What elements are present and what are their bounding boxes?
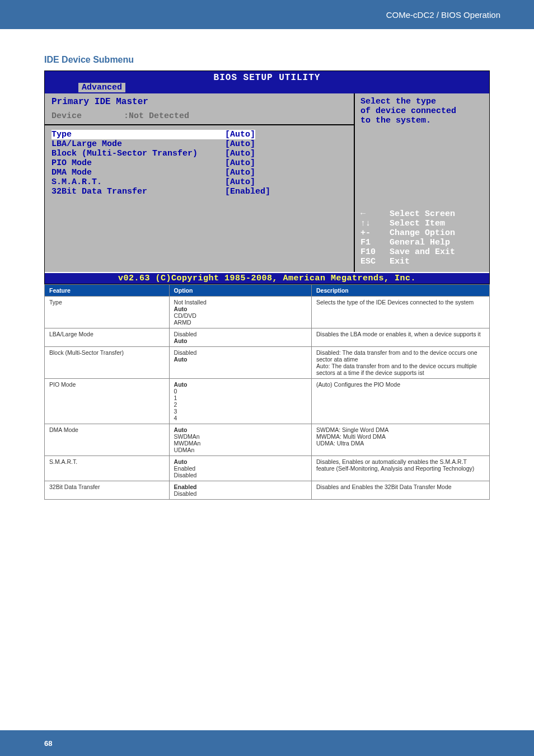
bios-key-text: Exit [390, 257, 410, 266]
option-value: ARMD [174, 319, 307, 326]
table-row: S.M.A.R.T.AutoEnabledDisabledDisables, E… [45, 456, 490, 481]
option-value: Auto [174, 337, 307, 344]
bios-device-label: Device [51, 111, 119, 121]
desc-line: Disables the LBA mode or enables it, whe… [316, 331, 485, 337]
cell-option: AutoEnabledDisabled [169, 456, 311, 481]
bios-key-text: General Help [390, 238, 450, 247]
bios-item-row: DMA Mode[Auto] [51, 168, 347, 177]
bios-key-row: +-Change Option [360, 228, 484, 238]
bios-title: BIOS SETUP UTILITY [45, 71, 489, 83]
bios-items: Type[Auto]LBA/Large Mode[Auto]Block (Mul… [51, 130, 347, 196]
bios-item-value: [Enabled] [225, 187, 270, 196]
desc-line: Disables, Enables or automatically enabl… [316, 458, 485, 472]
cell-feature: PIO Mode [45, 379, 170, 424]
th-feature: Feature [45, 285, 170, 297]
bios-item-value: [Auto] [225, 130, 255, 139]
bios-right-pane: Select the type of device connected to t… [355, 93, 489, 272]
bios-item-value: [Auto] [225, 149, 255, 158]
page-number: 68 [44, 739, 52, 748]
bios-key: F10 [360, 247, 390, 257]
bios-screenshot: BIOS SETUP UTILITY Advanced Primary IDE … [44, 71, 490, 284]
bios-item-value: [Auto] [225, 139, 255, 149]
bios-item-label: S.M.A.R.T. [51, 177, 225, 187]
cell-description: SWDMA: Single Word DMAMWDMA: Multi Word … [311, 424, 489, 456]
option-value: Disabled [174, 472, 307, 478]
desc-line: Auto: The data transfer from and to the … [316, 363, 485, 376]
option-value: 4 [174, 415, 307, 421]
content: BIOS SETUP UTILITY Advanced Primary IDE … [0, 71, 534, 500]
table-row: 32Bit Data TransferEnabledDisabledDisabl… [45, 481, 490, 500]
cell-description: Disables and Enables the 32Bit Data Tran… [311, 481, 489, 500]
desc-line: Disabled: The data transfer from and to … [316, 349, 485, 363]
bios-item-label: PIO Mode [51, 158, 225, 168]
breadcrumb: COMe-cDC2 / BIOS Operation [386, 10, 500, 20]
bios-key: +- [360, 228, 390, 238]
option-value: Auto [174, 306, 307, 312]
bios-left-pane: Primary IDE Master Device :Not Detected … [45, 93, 355, 272]
option-value: Disabled [174, 349, 307, 356]
option-value: Enabled [174, 465, 307, 472]
page-header: COMe-cDC2 / BIOS Operation [0, 0, 534, 29]
bios-tabs: Advanced [45, 83, 489, 93]
cell-description: Selects the type of the IDE Devices conn… [311, 297, 489, 328]
bios-item-row: Type[Auto] [51, 130, 347, 139]
cell-feature: Block (Multi-Sector Transfer) [45, 347, 170, 379]
cell-description: Disables the LBA mode or enables it, whe… [311, 328, 489, 347]
desc-line: Disables and Enables the 32Bit Data Tran… [316, 483, 485, 490]
bios-key-text: Change Option [390, 228, 455, 238]
cell-option: Auto01234 [169, 379, 311, 424]
cell-option: Not InstalledAutoCD/DVDARMD [169, 297, 311, 328]
option-value: UDMAn [174, 447, 307, 453]
bios-item-row: S.M.A.R.T.[Auto] [51, 177, 347, 187]
cell-description: Disabled: The data transfer from and to … [311, 347, 489, 379]
bios-item-value: [Auto] [225, 158, 255, 168]
bios-key-row: ESCExit [360, 257, 484, 266]
option-value: Auto [174, 458, 307, 465]
bios-divider [45, 124, 354, 125]
option-value: Auto [174, 381, 307, 388]
option-value: CD/DVD [174, 312, 307, 319]
section-heading: IDE Device Submenu [44, 55, 534, 65]
table-row: Block (Multi-Sector Transfer)DisabledAut… [45, 347, 490, 379]
bios-key-text: Select Item [390, 219, 445, 228]
cell-option: EnabledDisabled [169, 481, 311, 500]
cell-option: DisabledAuto [169, 347, 311, 379]
option-value: SWDMAn [174, 433, 307, 440]
cell-feature: S.M.A.R.T. [45, 456, 170, 481]
bios-item-row: LBA/Large Mode[Auto] [51, 139, 347, 149]
table-row: DMA ModeAutoSWDMAnMWDMAnUDMAnSWDMA: Sing… [45, 424, 490, 456]
bios-item-label: Type [51, 130, 72, 139]
desc-line: (Auto) Configures the PIO Mode [316, 381, 485, 388]
option-value: 0 [174, 388, 307, 395]
bios-footer: v02.63 (C)Copyright 1985-2008, American … [45, 272, 489, 284]
bios-item-row: PIO Mode[Auto] [51, 158, 347, 168]
bios-key-row: ↑↓Select Item [360, 219, 484, 228]
option-value: Disabled [174, 490, 307, 497]
option-value: Auto [174, 356, 307, 363]
option-value: Auto [174, 426, 307, 433]
bios-item-value: [Auto] [225, 168, 255, 177]
table-row: TypeNot InstalledAutoCD/DVDARMDSelects t… [45, 297, 490, 328]
bios-device-value: :Not Detected [124, 111, 189, 121]
option-value: 2 [174, 401, 307, 408]
bios-item-label: LBA/Large Mode [51, 139, 225, 149]
bios-help-2: of device connected [360, 106, 484, 116]
cell-feature: 32Bit Data Transfer [45, 481, 170, 500]
table-row: LBA/Large ModeDisabledAutoDisables the L… [45, 328, 490, 347]
cell-option: DisabledAuto [169, 328, 311, 347]
bios-item-row: 32Bit Data Transfer[Enabled] [51, 187, 347, 196]
bios-key: ↑↓ [360, 219, 390, 228]
option-value: 3 [174, 408, 307, 415]
bios-help-1: Select the type [360, 97, 484, 106]
bios-item-label: 32Bit Data Transfer [51, 187, 225, 196]
cell-description: (Auto) Configures the PIO Mode [311, 379, 489, 424]
bios-key-text: Select Screen [390, 209, 455, 219]
bios-device-row: Device :Not Detected [51, 111, 347, 121]
desc-line: MWDMA: Multi Word DMA [316, 433, 485, 440]
bios-item-label: DMA Mode [51, 168, 225, 177]
page-footer: 68 [0, 730, 534, 756]
bios-body: Primary IDE Master Device :Not Detected … [45, 93, 489, 272]
bios-item-label: Block (Multi-Sector Transfer) [51, 149, 225, 158]
bios-key: ← [360, 209, 390, 219]
th-description: Description [311, 285, 489, 297]
